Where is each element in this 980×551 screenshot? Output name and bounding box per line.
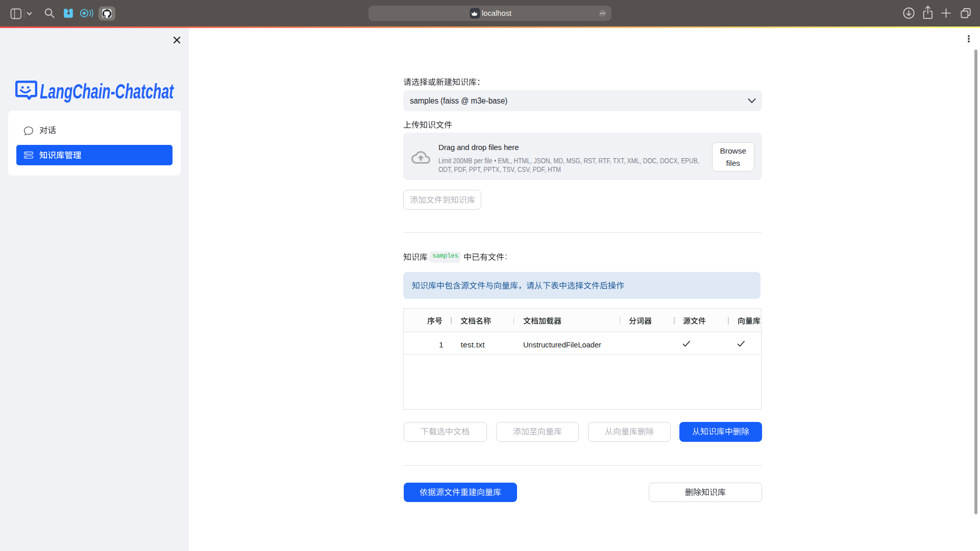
svg-text:LangChain-Chatchat: LangChain-Chatchat: [40, 79, 174, 103]
